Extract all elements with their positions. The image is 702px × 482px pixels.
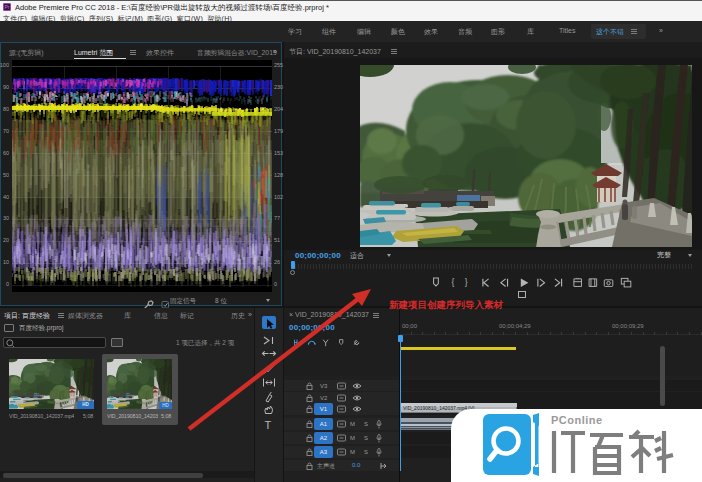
svg-text:{: { [452, 277, 455, 287]
svg-text:}: } [465, 277, 468, 287]
svg-text:T: T [265, 419, 272, 431]
